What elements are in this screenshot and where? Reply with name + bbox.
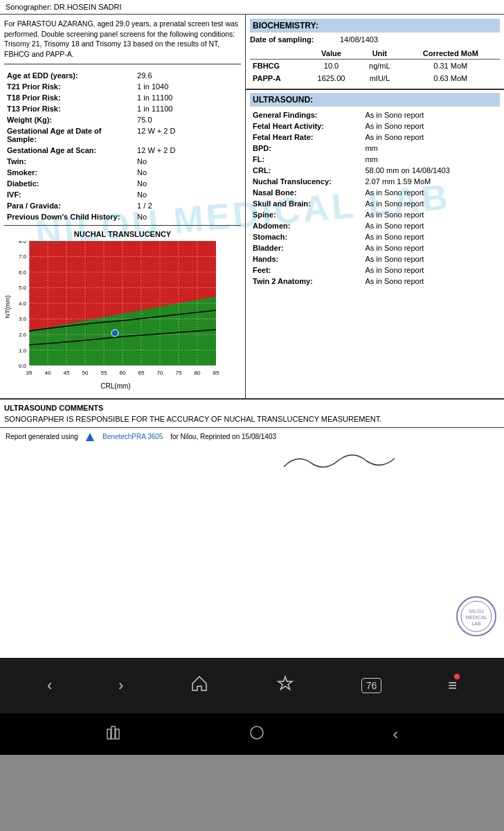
svg-text:65: 65 <box>138 370 145 376</box>
svg-text:4.0: 4.0 <box>19 301 27 307</box>
sonographer-label: Sonographer: DR.HOSEIN SADRI <box>6 3 122 11</box>
svg-text:0.0: 0.0 <box>19 363 27 369</box>
footer-bar: NILOU MEDICAL LAB Report generated using… <box>0 427 504 446</box>
home-nav-button[interactable] <box>249 725 264 744</box>
svg-text:55: 55 <box>101 370 107 376</box>
bio-data-row: PAPP-A1625.00mIU/L0.63 MoM <box>250 72 500 84</box>
brand-logo-icon <box>85 432 95 442</box>
us-data-row: Stomach:As in Sono report <box>250 231 500 242</box>
patient-row-label: Age at EDD (years): <box>4 70 134 81</box>
patient-row-label: Previous Down's Child History: <box>4 211 134 222</box>
patient-data-table: Age at EDD (years):29.6T21 Prior Risk:1 … <box>4 70 241 222</box>
us-label: Twin 2 Anatomy: <box>250 276 362 287</box>
svg-marker-46 <box>86 433 94 441</box>
us-label: Hands: <box>250 253 362 265</box>
patient-row-label: Smoker: <box>4 167 134 178</box>
us-value: As in Sono report <box>362 231 500 242</box>
svg-text:NILOU: NILOU <box>469 609 483 614</box>
general-findings-label: General Findings: <box>250 109 362 120</box>
patient-data-row: Twin:No <box>4 156 241 167</box>
bookmark-button[interactable] <box>276 674 295 697</box>
bio-unit: mIU/L <box>358 72 401 84</box>
us-label: Nuchal Translucency: <box>250 176 362 187</box>
android-nav-bar[interactable]: ‹ <box>0 713 504 755</box>
patient-data-row: IVF:No <box>4 189 241 200</box>
patient-data-row: Age at EDD (years):29.6 <box>4 70 241 81</box>
chart-title: NUCHAL TRANSLUCENCY <box>8 230 237 238</box>
menu-button[interactable]: ≡ <box>448 677 457 695</box>
us-label: FL: <box>250 154 362 165</box>
col-name-header <box>250 48 305 60</box>
patient-row-label: Diabetic: <box>4 178 134 189</box>
us-data-row: Twin 2 Anatomy:As in Sono report <box>250 276 500 287</box>
signature-svg <box>277 446 415 474</box>
stamp-icon: NILOU MEDICAL LAB <box>456 596 497 637</box>
svg-text:6.0: 6.0 <box>19 269 27 276</box>
tabs-button[interactable]: 76 <box>361 678 382 693</box>
us-label: Fetal Heart Rate: <box>250 132 362 143</box>
us-data-row: Hands:As in Sono report <box>250 253 500 265</box>
us-data-row: BPD:mm <box>250 143 500 154</box>
us-value: mm <box>362 143 500 154</box>
us-data-row: Spine:As in Sono report <box>250 209 500 220</box>
patient-data-row: Para / Gravida:1 / 2 <box>4 200 241 211</box>
chart-x-label: CRL(mm) <box>8 382 223 390</box>
home-button[interactable] <box>190 674 209 697</box>
svg-rect-49 <box>116 729 119 739</box>
svg-text:7.0: 7.0 <box>19 253 27 260</box>
patient-row-value: 1 in 11100 <box>134 103 241 114</box>
bio-corrected: 0.31 MoM <box>402 60 500 73</box>
us-label: BPD: <box>250 143 362 154</box>
patient-data-row: Smoker:No <box>4 167 241 178</box>
us-data-row: Abdomen:As in Sono report <box>250 220 500 231</box>
svg-text:40: 40 <box>45 370 51 376</box>
back-nav-button[interactable]: ‹ <box>393 724 398 744</box>
footer-tail: for Nilou, Reprinted on 15/08/1403 <box>170 433 276 440</box>
us-data-row: Skull and Brain:As in Sono report <box>250 198 500 209</box>
us-value: As in Sono report <box>362 265 500 276</box>
us-data-row: Nuchal Translucency:2.07 mm 1.59 MoM <box>250 176 500 187</box>
svg-text:70: 70 <box>157 370 163 376</box>
biochem-section: BIOCHEMISTRY: Date of sampling: 14/08/14… <box>246 15 504 90</box>
svg-text:8.0: 8.0 <box>19 241 27 244</box>
svg-text:2.0: 2.0 <box>19 332 27 338</box>
biochem-title: BIOCHEMISTRY: <box>250 19 500 33</box>
bio-name: PAPP-A <box>250 72 305 84</box>
patient-data-row: Diabetic:No <box>4 178 241 189</box>
svg-text:LAB: LAB <box>471 621 481 626</box>
us-value: As in Sono report <box>362 187 500 198</box>
col-unit-header: Unit <box>358 48 401 60</box>
patient-row-value: 12 W + 2 D <box>134 145 241 156</box>
bio-table: Value Unit Corrected MoM FBHCG10.0ng/mL0… <box>250 48 500 84</box>
patient-row-value: 29.6 <box>134 70 241 81</box>
svg-text:35: 35 <box>26 370 33 376</box>
patient-row-label: IVF: <box>4 189 134 200</box>
comments-text: SONOGRAPHER IS RESPONSIBLE FOR THE ACCUR… <box>4 415 500 423</box>
forward-button[interactable]: › <box>118 677 123 695</box>
us-value: mm <box>362 154 500 165</box>
patient-row-value: No <box>134 178 241 189</box>
patient-row-label: Gestational Age at Date of Sample: <box>4 125 134 145</box>
us-label: Stomach: <box>250 231 362 242</box>
col-corrected-header: Corrected MoM <box>402 48 500 60</box>
us-label: Spine: <box>250 209 362 220</box>
back-button[interactable]: ‹ <box>47 677 52 695</box>
patient-row-value: No <box>134 211 241 222</box>
browser-toolbar[interactable]: ‹ › 76 ≡ <box>0 658 504 713</box>
recent-apps-button[interactable] <box>106 725 121 744</box>
left-panel: For PARASTOU AZARANG, aged 29.0 years, a… <box>0 15 246 398</box>
us-value: As in Sono report <box>362 120 500 132</box>
right-panel: BIOCHEMISTRY: Date of sampling: 14/08/14… <box>246 15 504 398</box>
patient-row-value: No <box>134 167 241 178</box>
patient-row-value: 1 in 1040 <box>134 81 241 92</box>
svg-text:45: 45 <box>64 370 70 376</box>
svg-text:MEDICAL: MEDICAL <box>465 615 487 620</box>
patient-row-value: 1 / 2 <box>134 200 241 211</box>
us-value: As in Sono report <box>362 132 500 143</box>
patient-data-row: T13 Prior Risk:1 in 11100 <box>4 103 241 114</box>
intro-text: For PARASTOU AZARANG, aged 29.0 years, a… <box>4 19 241 64</box>
bio-value: 10.0 <box>305 60 358 73</box>
general-findings-row: General Findings: As in Sono report <box>250 109 500 120</box>
svg-point-50 <box>251 726 263 739</box>
bio-data-row: FBHCG10.0ng/mL0.31 MoM <box>250 60 500 73</box>
